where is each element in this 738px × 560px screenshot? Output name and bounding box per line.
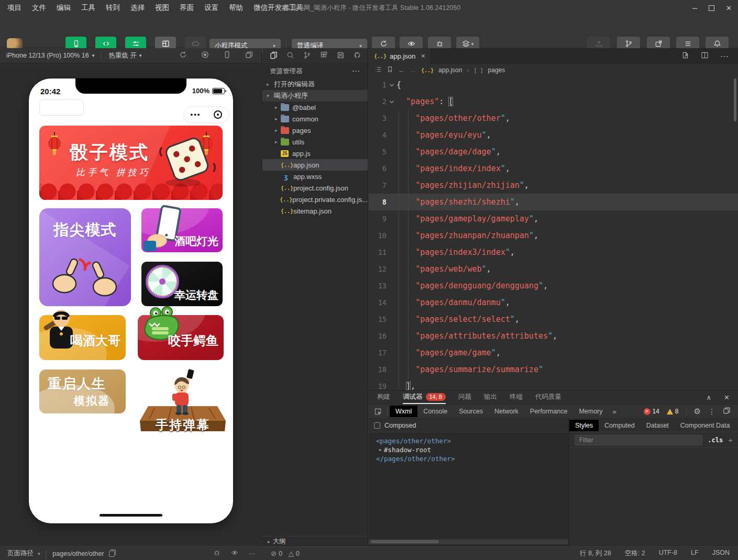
project-section[interactable]: ▾ 喝酒小程序 — [262, 90, 368, 102]
split-editor-icon[interactable] — [701, 51, 709, 61]
warning-counter[interactable]: 8 — [667, 408, 679, 415]
close-icon[interactable]: ✕ — [421, 53, 425, 60]
code-line-9[interactable]: 9 "pages/gameplay/gameplay", — [369, 210, 738, 227]
styles-tab-Styles[interactable]: Styles — [569, 420, 599, 431]
panel-tab-代码质量[interactable]: 代码质量 — [535, 390, 561, 404]
more-actions-icon[interactable]: ⋯ — [720, 51, 729, 61]
wxml-tree[interactable]: <pages/other/other> ▶ #shadow-root </pag… — [369, 432, 568, 463]
nav-forward-icon[interactable]: → — [410, 66, 416, 74]
menu-item-0[interactable]: 项目 — [2, 0, 27, 16]
bookmark-icon[interactable] — [387, 66, 393, 74]
file-item-app.wxss[interactable]: ʒapp.wxss — [262, 171, 368, 182]
code-line-11[interactable]: 11 "pages/index3/index", — [369, 244, 738, 261]
breadcrumb-file[interactable]: app.json — [438, 66, 462, 74]
menu-item-9[interactable]: 帮助 — [224, 0, 248, 16]
editor-scrollbar[interactable] — [734, 79, 736, 121]
status-item-4[interactable]: JSON — [712, 549, 730, 558]
tile-handheld-danmu[interactable]: 手持弹幕 — [139, 366, 227, 434]
search-box[interactable] — [39, 99, 84, 116]
search-icon[interactable] — [287, 51, 294, 61]
file-item-utils[interactable]: ▸utils — [262, 136, 368, 148]
open-preview-icon[interactable] — [681, 51, 689, 61]
menu-item-5[interactable]: 选择 — [125, 0, 150, 16]
devtools-tab-Memory[interactable]: Memory — [573, 406, 608, 417]
fold-chevron-icon[interactable] — [389, 82, 393, 86]
code-line-17[interactable]: 17 "pages/game/game", — [369, 344, 738, 361]
tile-crocodile-bite[interactable]: 咬手鳄鱼 — [138, 315, 224, 360]
fold-chevron-icon[interactable] — [389, 98, 393, 103]
eye-icon[interactable] — [231, 549, 238, 558]
github-icon[interactable] — [354, 51, 361, 61]
error-counter[interactable]: ✕14 — [644, 408, 659, 415]
code-line-10[interactable]: 10 "pages/zhuanpan/zhuanpan", — [369, 227, 738, 244]
menu-item-8[interactable]: 设置 — [199, 0, 224, 16]
tile-bar-light[interactable]: 酒吧灯光 — [141, 208, 223, 252]
code-line-14[interactable]: 14 "pages/danmu/danmu", — [369, 294, 738, 311]
device-frame-icon[interactable] — [223, 51, 231, 60]
file-item-common[interactable]: ▸common — [262, 113, 368, 125]
outline-list-icon[interactable] — [375, 66, 382, 74]
styles-tab-Dataset[interactable]: Dataset — [641, 420, 675, 431]
menu-item-3[interactable]: 工具 — [76, 0, 101, 16]
shadow-root-node[interactable]: ▶ #shadow-root — [376, 445, 568, 454]
menu-item-4[interactable]: 转到 — [101, 0, 125, 16]
menu-item-1[interactable]: 文件 — [27, 0, 51, 16]
git-branch-icon[interactable] — [303, 51, 311, 61]
nav-back-icon[interactable]: ← — [398, 66, 405, 74]
styles-tab-Component Data[interactable]: Component Data — [675, 420, 736, 431]
status-item-1[interactable]: 空格: 2 — [625, 549, 645, 558]
tile-dice-mode[interactable]: 骰子模式 比手气 拼技巧 — [39, 126, 223, 200]
code-line-7[interactable]: 7 "pages/zhijian/zhijian", — [369, 177, 738, 194]
panel-tab-构建[interactable]: 构建 — [377, 390, 390, 404]
panel-tab-问题[interactable]: 问题 — [458, 390, 471, 404]
file-item-app.json[interactable]: {..}app.json — [262, 159, 368, 171]
gear-icon[interactable]: ⚙ — [694, 407, 701, 416]
device-select[interactable]: iPhone 12/13 (Pro) 100% 16 ▾ — [0, 52, 101, 59]
code-line-8[interactable]: 8 "pages/shezhi/shezhi", — [369, 194, 738, 210]
menu-item-2[interactable]: 编辑 — [51, 0, 76, 16]
breadcrumb[interactable]: ← → {..} app.json › [ ] pages — [369, 64, 738, 76]
filter-input[interactable] — [575, 435, 702, 445]
composed-checkbox[interactable] — [374, 422, 380, 429]
wxml-close-tag[interactable]: </pages/other/other> — [376, 454, 568, 463]
open-editors-section[interactable]: ▸ 打开的编辑器 — [262, 79, 368, 90]
code-line-3[interactable]: 3 "pages/other/other", — [369, 110, 738, 127]
devtools-tab-Performance[interactable]: Performance — [524, 406, 574, 417]
file-item-app.js[interactable]: JSapp.js — [262, 148, 368, 159]
devtools-tab-Network[interactable]: Network — [489, 406, 524, 417]
code-line-12[interactable]: 12 "pages/web/web", — [369, 261, 738, 277]
breadcrumb-node[interactable]: pages — [488, 66, 505, 74]
tile-fingertip-mode[interactable]: 指尖模式 — [39, 208, 131, 306]
devtools-tab-Sources[interactable]: Sources — [453, 406, 489, 417]
status-item-0[interactable]: 行 8, 列 28 — [580, 549, 611, 558]
file-item-pages[interactable]: ▸pages — [262, 125, 368, 136]
hot-reload-toggle[interactable]: 热重载 开 ▾ — [101, 51, 149, 60]
menu-item-7[interactable]: 界面 — [174, 0, 199, 16]
code-line-15[interactable]: 15 "pages/select/select", — [369, 311, 738, 328]
status-item-3[interactable]: LF — [691, 549, 699, 558]
styles-tab-Computed[interactable]: Computed — [599, 420, 641, 431]
copy-icon[interactable] — [109, 551, 115, 557]
panel-tab-输出[interactable]: 输出 — [484, 390, 497, 404]
save-file-icon[interactable] — [337, 51, 345, 61]
cls-button[interactable]: .cls — [708, 436, 723, 444]
dock-side-icon[interactable] — [723, 407, 731, 416]
code-line-4[interactable]: 4 "pages/eyu/eyu", — [369, 127, 738, 143]
panel-tab-调试器[interactable]: 调试器14, 8 — [403, 390, 446, 404]
panel-tab-终端[interactable]: 终端 — [510, 390, 523, 404]
file-item-project.private.config.js...[interactable]: {..}project.private.config.js... — [262, 194, 368, 205]
tab-overflow-icon[interactable]: » — [609, 408, 621, 416]
code-line-6[interactable]: 6 "pages/index/index", — [369, 160, 738, 177]
file-item-project.config.json[interactable]: {..}project.config.json — [262, 182, 368, 194]
close-panel-icon[interactable]: ✕ — [724, 394, 730, 401]
exit-target-icon[interactable] — [214, 110, 222, 119]
devtools-tab-Wxml[interactable]: Wxml — [390, 406, 417, 417]
extensions-icon[interactable] — [320, 51, 328, 61]
more-actions-icon[interactable]: ⋯ — [249, 550, 256, 557]
tile-lucky-wheel[interactable]: 幸运转盘 — [141, 262, 223, 306]
tile-restart-life[interactable]: 重启人生 模拟器 — [39, 369, 126, 413]
tile-drinking-bro[interactable]: 喝酒大哥 — [39, 315, 126, 360]
detach-window-icon[interactable] — [245, 51, 253, 60]
collapse-panel-icon[interactable]: ∧ — [707, 394, 712, 401]
editor-tab-appjson[interactable]: {..} app.json ✕ — [369, 48, 431, 64]
